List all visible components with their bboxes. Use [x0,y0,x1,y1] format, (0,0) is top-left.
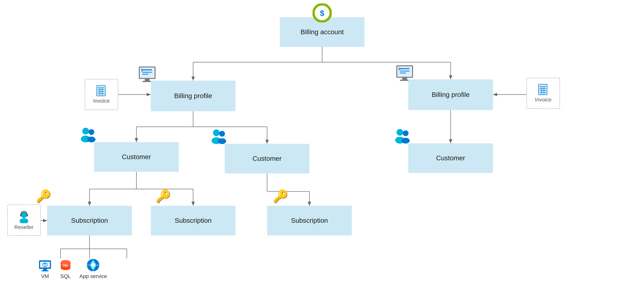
billing-account-icon: $ [312,3,332,22]
app-service-label: App service [80,273,107,280]
sql-icon: SQL [59,258,72,272]
billing-account-label: Billing account [300,28,344,36]
svg-text:$: $ [398,67,400,71]
svg-point-64 [396,129,403,136]
subscription-1-node: Subscription [47,206,132,236]
svg-point-56 [82,128,89,134]
resources-group: VM SQL SQL App service [38,258,107,280]
reseller-box: Reseller [7,204,41,236]
svg-text:SQL: SQL [63,264,68,267]
invoice-left-icon [96,85,108,97]
svg-rect-53 [402,78,407,80]
svg-text:$: $ [141,68,143,72]
vm-label: VM [41,273,49,280]
vm-resource: VM [38,258,52,280]
subscription-3-label: Subscription [291,217,328,224]
key-icon-1: 🔑 [36,189,52,204]
app-service-icon [86,258,100,272]
svg-text:$: $ [320,9,324,18]
invoice-right-label: Invoice [535,97,552,103]
svg-marker-15 [449,139,452,143]
customer-2-label: Customer [252,155,282,162]
svg-point-59 [87,136,96,142]
svg-marker-11 [135,138,138,142]
vm-icon [38,258,52,272]
svg-marker-27 [147,93,151,96]
svg-point-63 [218,138,226,144]
svg-rect-85 [26,214,28,216]
svg-marker-25 [308,202,311,206]
invoice-right-box: Invoice [526,78,560,109]
svg-rect-54 [400,80,410,81]
subscription-3-node: Subscription [267,206,352,236]
customer-3-label: Customer [436,154,465,162]
svg-point-60 [213,130,220,136]
key-icon-2: 🔑 [156,189,171,204]
sql-resource: SQL SQL [59,258,72,280]
svg-marker-21 [192,202,195,206]
svg-rect-45 [145,79,150,81]
svg-rect-75 [538,84,547,95]
reseller-label: Reseller [14,224,34,230]
svg-rect-84 [20,214,22,216]
svg-rect-89 [42,270,48,271]
svg-marker-13 [266,140,269,144]
invoice-right-icon [537,84,549,96]
billing-profile-right-label: Billing profile [432,91,470,98]
customer-3-node: Customer [408,143,493,173]
svg-rect-88 [43,269,47,270]
customer-1-node: Customer [94,142,179,172]
svg-point-58 [88,129,94,135]
billing-profile-right-node: Billing profile [408,80,493,110]
invoice-left-label: Invoice [93,98,110,104]
svg-marker-19 [88,202,91,206]
customer-2-node: Customer [225,144,310,174]
customer-1-label: Customer [122,153,151,161]
billing-profile-left-node: Billing profile [151,81,236,111]
billing-profile-left-label: Billing profile [174,92,212,100]
svg-point-83 [20,218,28,223]
svg-rect-68 [97,86,105,96]
svg-marker-31 [43,219,47,222]
key-icon-3: 🔑 [273,189,288,204]
diagram: $ Billing account $ Billing profile [0,0,644,295]
subscription-2-node: Subscription [151,206,236,236]
subscription-2-label: Subscription [175,217,212,224]
billing-account-node: $ Billing account [280,17,364,47]
svg-rect-46 [142,81,152,82]
subscription-1-label: Subscription [71,217,108,224]
sql-label: SQL [60,273,71,280]
svg-marker-7 [449,75,452,80]
invoice-left-box: Invoice [85,79,118,110]
svg-point-67 [402,138,410,144]
app-service-resource: App service [80,258,107,280]
svg-point-66 [403,130,408,136]
svg-marker-29 [493,93,497,96]
reseller-icon [18,210,31,223]
svg-marker-3 [192,76,195,81]
svg-point-62 [219,131,225,136]
